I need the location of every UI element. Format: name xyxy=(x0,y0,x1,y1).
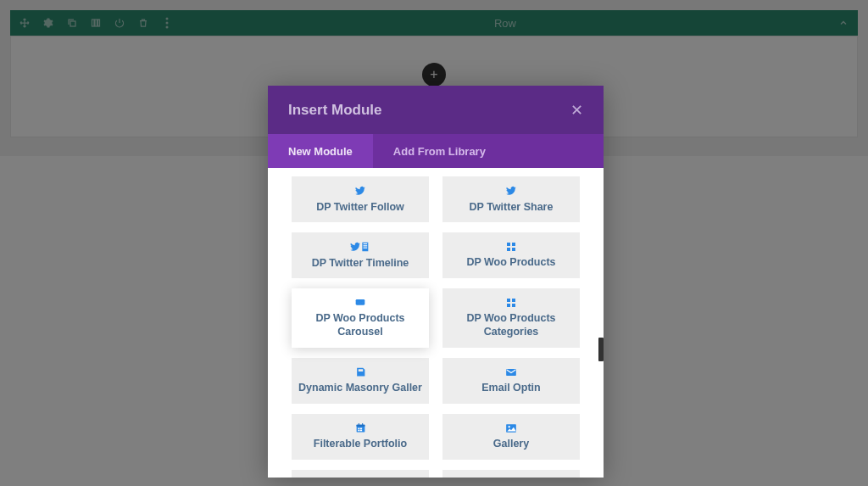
modal-title: Insert Module xyxy=(288,102,382,119)
twitter-icon xyxy=(354,185,366,198)
svg-point-18 xyxy=(362,301,364,303)
grid-icon xyxy=(506,242,516,254)
svg-point-33 xyxy=(509,426,510,427)
module-grid: DP Twitter FollowDP Twitter ShareDP Twit… xyxy=(268,168,604,478)
modal-header: Insert Module ✕ xyxy=(268,86,604,134)
svg-rect-12 xyxy=(512,243,515,246)
envelope-icon xyxy=(505,367,517,379)
module-dp-woo-products-categories[interactable]: DP Woo Products Categories xyxy=(442,288,580,348)
module-dp-woo-products-carousel[interactable]: DP Woo Products Carousel xyxy=(292,288,429,348)
grid-icon xyxy=(506,298,516,310)
svg-point-17 xyxy=(359,301,361,303)
svg-point-16 xyxy=(358,301,359,303)
module-label: Filterable Portfolio xyxy=(314,438,407,451)
svg-rect-31 xyxy=(359,430,361,432)
close-icon[interactable]: ✕ xyxy=(570,101,583,120)
module-peek[interactable] xyxy=(442,470,580,478)
svg-rect-20 xyxy=(512,299,515,302)
svg-rect-30 xyxy=(358,430,359,432)
svg-rect-29 xyxy=(359,428,361,430)
module-filterable-portfolio[interactable]: Filterable Portfolio xyxy=(292,414,429,460)
module-label: Email Optin xyxy=(481,382,540,395)
svg-rect-21 xyxy=(507,304,510,307)
svg-rect-19 xyxy=(507,299,510,302)
module-label: DP Woo Products Categories xyxy=(448,312,575,338)
module-label: Dynamic Masonry Galler xyxy=(298,382,422,395)
svg-rect-8 xyxy=(364,243,368,244)
svg-rect-22 xyxy=(512,304,515,307)
tab-new-module[interactable]: New Module xyxy=(268,134,373,168)
module-email-optin[interactable]: Email Optin xyxy=(442,358,580,404)
svg-rect-11 xyxy=(507,243,510,246)
svg-rect-9 xyxy=(364,245,368,246)
module-dynamic-masonry-galler[interactable]: Dynamic Masonry Galler xyxy=(292,358,429,404)
svg-rect-28 xyxy=(358,428,359,430)
svg-rect-14 xyxy=(512,248,515,251)
twitter-icon xyxy=(505,185,517,198)
module-label: DP Woo Products xyxy=(466,256,555,270)
tab-add-from-library[interactable]: Add From Library xyxy=(373,134,506,168)
module-label: DP Woo Products Carousel xyxy=(297,312,424,338)
module-dp-twitter-follow[interactable]: DP Twitter Follow xyxy=(292,176,429,222)
image-icon xyxy=(505,423,517,435)
save-icon xyxy=(355,366,366,379)
svg-rect-26 xyxy=(358,423,359,426)
module-gallery[interactable]: Gallery xyxy=(442,414,580,460)
svg-rect-13 xyxy=(507,248,510,251)
svg-rect-25 xyxy=(356,425,364,427)
svg-rect-10 xyxy=(364,247,368,248)
module-dp-woo-products[interactable]: DP Woo Products xyxy=(442,232,580,278)
svg-rect-27 xyxy=(362,423,363,426)
module-dp-twitter-timeline[interactable]: DP Twitter Timeline xyxy=(292,232,429,278)
twitter-timeline-icon xyxy=(350,241,370,254)
insert-module-modal: Insert Module ✕ New Module Add From Libr… xyxy=(268,86,604,478)
module-label: Gallery xyxy=(493,438,529,451)
calendar-icon xyxy=(355,422,366,435)
modal-tabs: New Module Add From Library xyxy=(268,134,604,168)
module-label: DP Twitter Follow xyxy=(316,201,404,215)
module-label: DP Twitter Share xyxy=(470,201,554,215)
module-dp-twitter-share[interactable]: DP Twitter Share xyxy=(442,176,580,222)
module-label: DP Twitter Timeline xyxy=(312,257,409,271)
carousel-icon xyxy=(353,298,367,310)
scrollbar-thumb[interactable] xyxy=(598,338,604,361)
module-peek[interactable] xyxy=(292,470,429,478)
